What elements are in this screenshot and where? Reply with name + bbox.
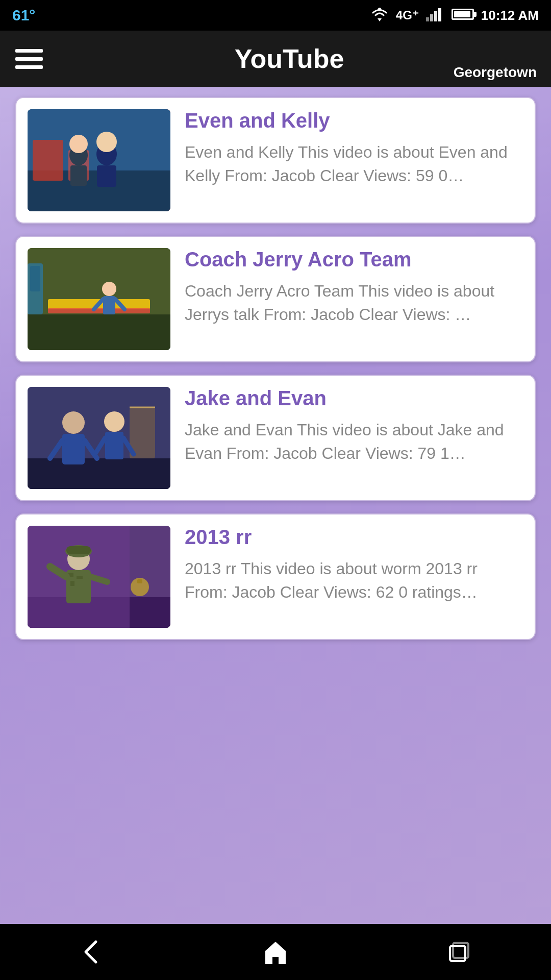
video-desc-3: Jake and Evan This video is about Jake a… xyxy=(185,418,523,465)
video-info-1: Even and Kelly Even and Kelly This video… xyxy=(185,109,523,188)
video-list: Even and Kelly Even and Kelly This video… xyxy=(0,87,551,706)
svg-point-0 xyxy=(378,8,381,11)
svg-rect-18 xyxy=(48,308,150,313)
video-info-3: Jake and Evan Jake and Evan This video i… xyxy=(185,387,523,465)
video-desc-4: 2013 rr This video is about worm 2013 rr… xyxy=(185,557,523,604)
menu-button[interactable] xyxy=(15,49,43,69)
video-title-3: Jake and Evan xyxy=(185,387,523,410)
video-info-4: 2013 rr 2013 rr This video is about worm… xyxy=(185,526,523,604)
svg-rect-3 xyxy=(434,11,437,21)
video-card-1[interactable]: Even and Kelly Even and Kelly This video… xyxy=(15,97,536,224)
svg-rect-45 xyxy=(77,576,83,579)
location-label: Georgetown xyxy=(454,64,537,81)
time: 10:12 AM xyxy=(481,8,539,23)
recent-apps-button[interactable] xyxy=(439,932,480,972)
svg-rect-30 xyxy=(62,434,85,464)
video-card-3[interactable]: Jake and Evan Jake and Evan This video i… xyxy=(15,375,536,501)
network-label: 4G⁺ xyxy=(396,8,419,22)
temperature: 61° xyxy=(12,7,35,24)
battery-icon xyxy=(452,8,474,23)
status-bar: 61° 4G⁺ 10:12 AM xyxy=(0,0,551,31)
video-title-2: Coach Jerry Acro Team xyxy=(185,248,523,271)
svg-rect-1 xyxy=(426,17,429,21)
app-header: YouTube Georgetown xyxy=(0,31,551,87)
svg-rect-50 xyxy=(137,579,142,583)
svg-rect-34 xyxy=(105,432,123,459)
svg-rect-42 xyxy=(66,546,91,554)
video-card-4[interactable]: 2013 rr 2013 rr This video is about worm… xyxy=(15,513,536,640)
home-button[interactable] xyxy=(255,932,296,972)
svg-point-10 xyxy=(69,135,88,153)
svg-rect-11 xyxy=(70,165,87,186)
svg-point-29 xyxy=(62,411,85,434)
video-card-2[interactable]: Coach Jerry Acro Team Coach Jerry Acro T… xyxy=(15,236,536,362)
svg-rect-2 xyxy=(430,14,433,21)
svg-rect-26 xyxy=(28,458,170,489)
thumbnail-1 xyxy=(28,109,170,211)
video-title-4: 2013 rr xyxy=(185,526,523,549)
svg-rect-7 xyxy=(33,140,63,181)
thumbnail-4 xyxy=(28,526,170,628)
video-desc-1: Even and Kelly This video is about Even … xyxy=(185,140,523,188)
video-desc-2: Coach Jerry Acro Team This video is abou… xyxy=(185,279,523,327)
bottom-nav xyxy=(0,924,551,980)
thumbnail-3 xyxy=(28,387,170,489)
svg-point-13 xyxy=(96,132,117,152)
video-info-2: Coach Jerry Acro Team Coach Jerry Acro T… xyxy=(185,248,523,327)
svg-rect-14 xyxy=(97,165,116,187)
back-button[interactable] xyxy=(71,932,112,972)
signal-icon xyxy=(426,6,444,25)
status-icons: 4G⁺ 10:12 AM xyxy=(370,6,539,25)
svg-rect-24 xyxy=(30,266,40,291)
svg-point-33 xyxy=(104,411,124,432)
video-title-1: Even and Kelly xyxy=(185,109,523,132)
wifi-icon xyxy=(370,6,389,25)
svg-point-19 xyxy=(102,282,116,296)
svg-rect-16 xyxy=(28,314,170,350)
thumbnail-2 xyxy=(28,248,170,350)
svg-rect-4 xyxy=(438,8,441,21)
svg-rect-46 xyxy=(70,581,74,586)
